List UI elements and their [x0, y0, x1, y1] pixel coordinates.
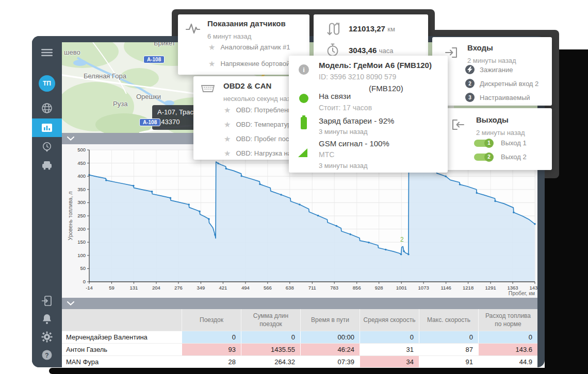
output-item: 2Выход 2 [474, 153, 527, 161]
map-town-label: шево [64, 48, 80, 56]
svg-text:1073: 1073 [418, 285, 429, 291]
svg-text:?: ? [45, 352, 48, 359]
sensor-item-label: Аналоговый датчик #1 [220, 43, 290, 51]
svg-text:250: 250 [77, 213, 86, 218]
route-icon [325, 21, 340, 39]
output-item-label: Выход 1 [501, 139, 527, 147]
hours-unit: часа [379, 47, 394, 55]
svg-text:200: 200 [77, 226, 86, 232]
row-value-cell: 28 [182, 356, 241, 367]
chart-annotation: 2 [400, 236, 404, 243]
logout-door-icon[interactable] [32, 295, 62, 307]
input-item: 2Дискретный вход 2 [465, 79, 538, 88]
sidebar: ТП ? [32, 36, 62, 367]
table-row[interactable]: MAN Фура28264.3207:39349144.9 [62, 355, 537, 367]
row-value-cell: 44.9 [478, 356, 537, 367]
history-pin-icon[interactable] [32, 141, 62, 155]
globe-icon[interactable] [32, 102, 62, 114]
sidebar-item-reports-active[interactable] [32, 118, 62, 137]
star-icon[interactable]: ★ [224, 121, 231, 128]
svg-text:150: 150 [77, 239, 86, 245]
hours-value: 3043,46 [349, 46, 377, 55]
outputs-card: Выходы 2 минуты назад 1Выход 12Выход 2 [436, 108, 552, 170]
output-item-label: Выход 2 [501, 153, 527, 161]
map-town-label: Орешки [136, 93, 161, 100]
toggle-number-badge: 1 [484, 139, 494, 148]
star-icon[interactable]: ★ [224, 106, 231, 114]
obd-card-title: OBD2 & CAN [223, 81, 271, 90]
chart-ylabel: Уровень топлива, л [67, 192, 73, 241]
inputs-card-title: Входы [467, 43, 493, 52]
table-column-header: Расход топлива по норме [478, 309, 537, 331]
row-name-cell[interactable]: Мерчендайзер Валентина [62, 331, 182, 343]
star-icon[interactable]: ★ [208, 43, 215, 51]
star-icon[interactable]: ★ [224, 135, 231, 143]
row-value-cell: 0 [241, 331, 300, 343]
row-value-cell: 93 [182, 344, 241, 355]
toggle-number-badge: 2 [484, 152, 494, 162]
distance-unit: км [387, 25, 395, 33]
svg-text:500: 500 [77, 147, 86, 152]
avatar[interactable]: ТП [39, 75, 55, 92]
row-name-cell[interactable]: Антон Газель [62, 344, 182, 355]
svg-text:1146: 1146 [440, 285, 451, 291]
svg-text:300: 300 [77, 199, 86, 205]
device-model: Модель: ГдеМои А6 (FMB120) [319, 61, 432, 70]
output-toggle[interactable]: 2 [474, 154, 493, 161]
svg-text:50: 50 [80, 265, 86, 271]
vehicles-car-icon[interactable] [32, 160, 62, 171]
star-icon[interactable]: ★ [208, 60, 215, 67]
gsm-operator: МТС [319, 150, 334, 159]
row-value-cell: 0 [478, 331, 537, 343]
row-value-cell: 87 [419, 344, 478, 355]
row-value-cell: 0 [419, 331, 478, 343]
device-id: ID: 3596 3210 8090 579 [319, 73, 396, 81]
svg-text:494: 494 [241, 285, 250, 291]
input-number-badge: 3 [465, 93, 475, 102]
screenshot-stage: ТП ? [0, 0, 588, 374]
chevron-down-icon [67, 137, 74, 141]
svg-text:566: 566 [264, 285, 272, 291]
row-value-cell: 46:24 [300, 344, 360, 355]
table-column-header: Поездок [182, 309, 241, 331]
map-town-label: Брикет [154, 42, 175, 47]
svg-text:349: 349 [197, 285, 205, 291]
row-name-cell[interactable]: MAN Фура [62, 356, 182, 367]
pulse-icon [185, 22, 201, 37]
table-corner-cell [62, 309, 182, 331]
svg-text:204: 204 [152, 285, 160, 291]
table-column-header: Сумма длин поездок [241, 309, 300, 331]
input-number-badge: 2 [465, 79, 475, 88]
backdrop-shadow-bottom [49, 368, 588, 374]
inputs-card-time: 2 минуты назад [467, 57, 516, 64]
svg-text:1001: 1001 [396, 285, 407, 291]
input-item-label: Настраиваемый [480, 94, 530, 101]
table-body: Мерчендайзер Валентина0000:00000Антон Га… [62, 331, 537, 367]
table-column-header: Время в пути [300, 309, 360, 331]
table-collapse-bar[interactable] [62, 298, 537, 309]
svg-text:1218: 1218 [463, 285, 473, 291]
table-row[interactable]: Мерчендайзер Валентина0000:00000 [62, 331, 537, 343]
battery-level: Заряд батареи - 92% [319, 116, 394, 125]
menu-hamburger-icon[interactable] [32, 48, 62, 57]
svg-text:-14: -14 [86, 285, 93, 291]
input-item: 3Настраиваемый [465, 93, 530, 102]
outputs-card-time: 2 минуты назад [476, 129, 525, 137]
distance-value: 121013,27 [349, 24, 385, 33]
outputs-card-title: Выходы [476, 115, 509, 124]
svg-text:928: 928 [375, 285, 383, 291]
table-row[interactable]: Антон Газель931435.5546:243187143.6 [62, 343, 537, 355]
help-question-icon[interactable]: ? [32, 349, 62, 361]
gsm-time: 3 минуты назад [319, 162, 368, 169]
sensors-card-time: 6 минут назад [207, 32, 251, 40]
svg-text:276: 276 [174, 285, 183, 291]
row-value-cell: 264.32 [241, 356, 300, 367]
settings-gear-icon[interactable] [32, 331, 62, 343]
table-column-header: Макс. скорость [419, 309, 478, 331]
info-icon: i [298, 64, 309, 77]
output-toggle[interactable]: 1 [474, 140, 493, 147]
star-icon[interactable]: ★ [224, 149, 231, 157]
svg-text:100: 100 [77, 252, 86, 258]
svg-text:400: 400 [77, 173, 86, 179]
notifications-bell-icon[interactable] [32, 313, 62, 325]
